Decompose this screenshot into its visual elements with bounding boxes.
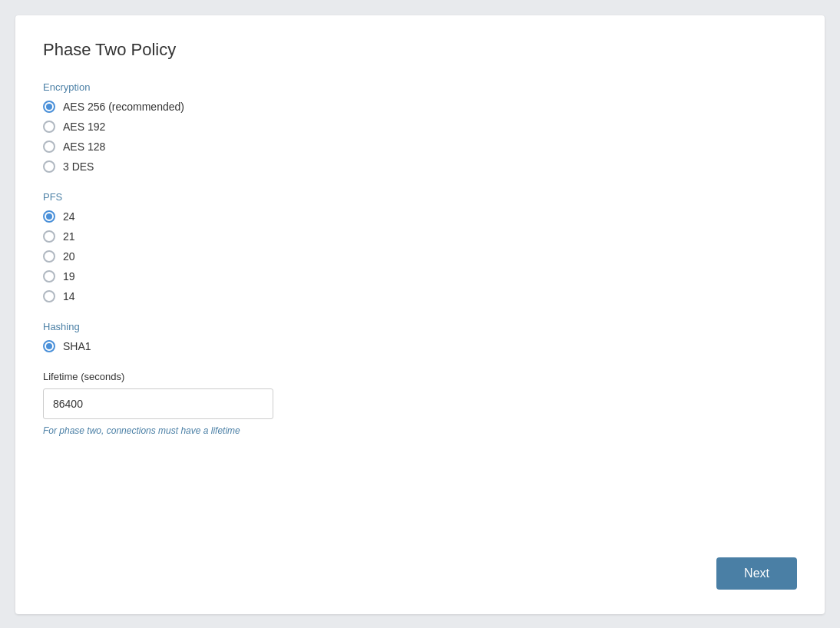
pfs-radio-14[interactable] xyxy=(43,290,55,302)
encryption-radio-3des[interactable] xyxy=(43,160,55,173)
encryption-label-aes128: AES 128 xyxy=(63,140,105,153)
encryption-label: Encryption xyxy=(43,81,797,93)
lifetime-hint: For phase two, connections must have a l… xyxy=(43,425,797,436)
encryption-radio-aes128[interactable] xyxy=(43,140,55,153)
pfs-label-21: 21 xyxy=(63,230,75,243)
hashing-label: Hashing xyxy=(43,321,797,332)
pfs-radio-19[interactable] xyxy=(43,270,55,283)
pfs-radio-21[interactable] xyxy=(43,230,55,243)
lifetime-input[interactable] xyxy=(43,388,273,419)
pfs-label-24: 24 xyxy=(63,210,75,223)
pfs-option-21[interactable]: 21 xyxy=(43,230,797,243)
encryption-section: Encryption AES 256 (recommended) AES 192… xyxy=(43,81,797,173)
hashing-section: Hashing SHA1 xyxy=(43,321,797,352)
page-title: Phase Two Policy xyxy=(43,40,797,60)
hashing-option-sha1[interactable]: SHA1 xyxy=(43,340,797,352)
hashing-radio-group: SHA1 xyxy=(43,340,797,352)
encryption-option-aes128[interactable]: AES 128 xyxy=(43,140,797,153)
footer: Next xyxy=(716,557,797,590)
encryption-radio-aes256[interactable] xyxy=(43,101,55,113)
encryption-option-aes256[interactable]: AES 256 (recommended) xyxy=(43,101,797,113)
encryption-label-3des: 3 DES xyxy=(63,160,94,173)
next-button[interactable]: Next xyxy=(716,557,797,590)
pfs-option-20[interactable]: 20 xyxy=(43,250,797,263)
encryption-label-aes256: AES 256 (recommended) xyxy=(63,101,184,113)
hashing-radio-sha1[interactable] xyxy=(43,340,55,352)
encryption-radio-group: AES 256 (recommended) AES 192 AES 128 3 … xyxy=(43,101,797,173)
encryption-label-aes192: AES 192 xyxy=(63,121,105,133)
pfs-section: PFS 24 21 20 19 14 xyxy=(43,191,797,302)
pfs-label-20: 20 xyxy=(63,250,75,263)
pfs-option-19[interactable]: 19 xyxy=(43,270,797,283)
encryption-option-aes192[interactable]: AES 192 xyxy=(43,121,797,133)
pfs-radio-20[interactable] xyxy=(43,250,55,263)
encryption-option-3des[interactable]: 3 DES xyxy=(43,160,797,173)
pfs-label-14: 14 xyxy=(63,290,75,302)
main-card: Phase Two Policy Encryption AES 256 (rec… xyxy=(15,15,825,614)
pfs-radio-group: 24 21 20 19 14 xyxy=(43,210,797,302)
pfs-radio-24[interactable] xyxy=(43,210,55,223)
pfs-label: PFS xyxy=(43,191,797,203)
hashing-label-sha1: SHA1 xyxy=(63,340,91,352)
lifetime-label: Lifetime (seconds) xyxy=(43,371,797,382)
lifetime-section: Lifetime (seconds) For phase two, connec… xyxy=(43,371,797,436)
pfs-option-14[interactable]: 14 xyxy=(43,290,797,302)
pfs-option-24[interactable]: 24 xyxy=(43,210,797,223)
pfs-label-19: 19 xyxy=(63,270,75,283)
encryption-radio-aes192[interactable] xyxy=(43,121,55,133)
